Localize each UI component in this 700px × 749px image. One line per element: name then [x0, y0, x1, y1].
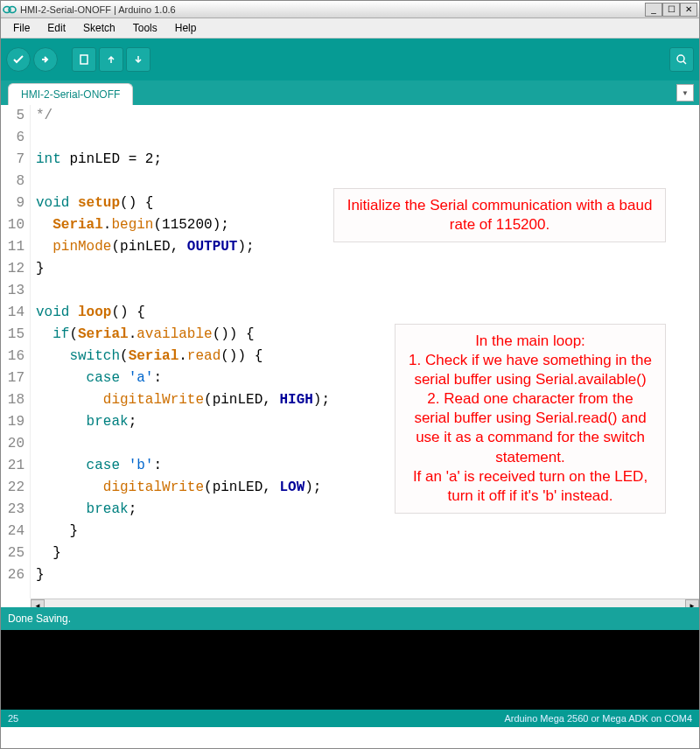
- board-info: Arduino Mega 2560 or Mega ADK on COM4: [504, 713, 692, 724]
- menubar: File Edit Sketch Tools Help: [1, 18, 699, 38]
- verify-button[interactable]: [6, 47, 31, 72]
- svg-rect-2: [80, 55, 88, 64]
- open-button[interactable]: [99, 47, 123, 72]
- window-title: HMI-2-Serial-ONOFF | Arduino 1.0.6: [20, 4, 645, 15]
- arduino-icon: [3, 3, 17, 17]
- menu-sketch[interactable]: Sketch: [76, 19, 122, 37]
- minimize-button[interactable]: _: [645, 3, 662, 17]
- line-number: 25: [8, 713, 18, 724]
- upload-button[interactable]: [33, 47, 58, 72]
- maximize-button[interactable]: ☐: [662, 3, 680, 17]
- line-gutter: 567891011121314151617181920212223242526: [1, 105, 31, 598]
- svg-point-3: [677, 55, 684, 62]
- annotation-setup: Initialize the Serial communication with…: [333, 188, 666, 242]
- titlebar: HMI-2-Serial-ONOFF | Arduino 1.0.6 _ ☐ ✕: [1, 1, 699, 18]
- menu-help[interactable]: Help: [168, 19, 204, 37]
- sketch-tab[interactable]: HMI-2-Serial-ONOFF: [8, 83, 133, 105]
- console: [1, 630, 699, 710]
- menu-file[interactable]: File: [6, 19, 37, 37]
- editor-area: 567891011121314151617181920212223242526 …: [1, 105, 699, 630]
- statusbar: Done Saving.: [1, 607, 699, 630]
- window-buttons: _ ☐ ✕: [645, 3, 697, 17]
- toolbar: [1, 38, 699, 80]
- close-button[interactable]: ✕: [680, 3, 697, 17]
- annotation-loop: In the main loop:1. Check if we have som…: [395, 324, 666, 514]
- menu-tools[interactable]: Tools: [126, 19, 164, 37]
- serial-monitor-button[interactable]: [669, 47, 694, 72]
- tab-menu-button[interactable]: ▼: [676, 84, 694, 102]
- save-button[interactable]: [126, 47, 150, 72]
- tabbar: HMI-2-Serial-ONOFF ▼: [1, 80, 699, 105]
- menu-edit[interactable]: Edit: [40, 19, 73, 37]
- status-message: Done Saving.: [8, 612, 71, 625]
- new-button[interactable]: [72, 47, 96, 72]
- footer: 25 Arduino Mega 2560 or Mega ADK on COM4: [1, 710, 699, 727]
